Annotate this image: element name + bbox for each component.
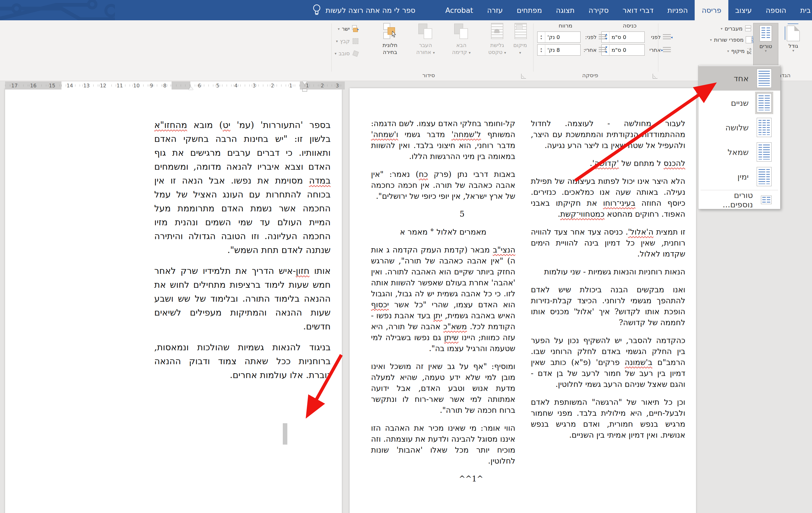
tab-2[interactable]: מפתחים <box>510 0 549 20</box>
misspelled-word: 'קדושה' <box>592 159 619 168</box>
margins-button-partial[interactable] <box>808 23 812 65</box>
bring-forward-button[interactable]: הבא קדימה ▾ <box>444 23 478 66</box>
chevron-down-icon: ▾ <box>338 28 340 30</box>
position-button[interactable]: מיקום ▾ <box>503 23 537 66</box>
ruler-number: 4 <box>234 83 238 88</box>
misspelled-word: במדה <box>309 175 330 186</box>
paragraph: בספר 'התעוררות' (עמ' יט) מובא מהחזו"א בל… <box>154 118 330 257</box>
group-button[interactable]: קבץ ▾ <box>335 36 360 46</box>
breaks-icon <box>745 25 752 32</box>
page-setup-dialog-launcher-icon[interactable] <box>653 74 658 79</box>
right-page-column-right[interactable]: לעבור מחולשה - לעוצמה. לחדול מההתמודדות … <box>531 118 685 448</box>
breaks-button[interactable]: מעברים ▾ <box>694 24 752 34</box>
selection-pane-label: חלונית בחירה <box>382 42 398 56</box>
tell-me-label: ספר לי מה אתה רוצה לעשות <box>325 6 415 14</box>
chevron-down-icon: ▾ <box>335 52 337 55</box>
tab-5[interactable]: דברי דואר <box>615 0 661 20</box>
columns-layout-icon <box>755 165 773 188</box>
left-indent-marker[interactable] <box>302 89 307 92</box>
line-numbers-button[interactable]: -1-2-3 מספרי שורות ▾ <box>694 35 752 45</box>
tell-me-box[interactable]: ספר לי מה אתה רוצה לעשות <box>312 0 415 20</box>
page-left[interactable]: בספר 'התעוררות' (עמ' יט) מובא מהחזו"א בל… <box>5 88 342 513</box>
columns-layout-icon <box>759 194 773 206</box>
misspelled-word: יט <box>223 120 230 130</box>
misspelled-word: חזון <box>296 266 310 276</box>
send-backward-label: העבר אחורה ▾ <box>416 42 435 56</box>
ruler-column-gap <box>172 82 190 90</box>
ruler-number: 6 <box>197 83 202 88</box>
size-button[interactable]: גודל ▾ <box>781 23 806 65</box>
menu-item-label: שלושה <box>725 123 749 132</box>
spacing-before-icon: ▴▾ <box>599 34 607 40</box>
tab-6[interactable]: הפניות <box>661 0 695 20</box>
left-page-text-column[interactable]: בספר 'התעוררות' (עמ' יט) מובא מהחזו"א בל… <box>154 118 330 389</box>
chevron-down-icon: ▾ <box>727 50 729 52</box>
tab-0[interactable]: Acrobat <box>438 0 480 20</box>
ruler-number: 8 <box>163 83 167 88</box>
menu-item-שמאל[interactable]: שמאל <box>698 140 780 164</box>
ruler-number: 5 <box>215 83 220 88</box>
menu-item-שלושה[interactable]: שלושה <box>698 115 780 140</box>
align-button[interactable]: ▸ ישר ▾ <box>335 24 360 34</box>
rotate-button[interactable]: סובב ▾ <box>335 49 360 58</box>
misspelled-word: משא"כ <box>443 322 467 331</box>
indent-after-row: ▸ אחרי ▴▾ 0 ס"מ <box>601 44 671 56</box>
tab-10[interactable]: בית <box>793 0 812 20</box>
first-line-indent-marker[interactable] <box>302 81 307 87</box>
bring-forward-icon <box>453 23 470 39</box>
menu-item-more-columns[interactable]: טורים נוספים... <box>698 191 780 208</box>
tab-3[interactable]: תצוגה <box>549 0 582 20</box>
word-window: { "titlebar": { "tell_me": "ספר לי מה את… <box>0 0 812 513</box>
ruler-number: 10 <box>132 83 140 88</box>
bring-forward-label: הבא קדימה ▾ <box>452 42 471 56</box>
spacing-after-input[interactable]: ▴▾ 8 נק' <box>537 44 581 56</box>
horizontal-ruler[interactable]: 171615 141312111098 654321 123 <box>5 82 345 90</box>
tab-8[interactable]: עיצוב <box>728 0 759 20</box>
tab-4[interactable]: סקירה <box>582 0 616 20</box>
paragraph-dialog-launcher-icon[interactable] <box>521 74 526 79</box>
tab-selected-7[interactable]: פריסה <box>695 0 728 20</box>
spacing-header: מרווח <box>559 23 572 29</box>
tab-9[interactable]: הוספה <box>759 0 793 20</box>
ruler-number: 14 <box>66 83 74 88</box>
menu-item-אחד[interactable]: אחד <box>698 66 780 91</box>
document-area: בספר 'התעוררות' (עמ' יט) מובא מהחזו"א בל… <box>0 81 812 513</box>
arrange-small-stack: ▸ ישר ▾ קבץ ▾ סובב ▾ <box>335 24 360 58</box>
page-right[interactable]: לעבור מחולשה - לעוצמה. לחדול מההתמודדות … <box>350 88 696 513</box>
misspelled-word: הנצי"ב <box>493 245 515 254</box>
spinner-icon[interactable]: ▴▾ <box>538 32 545 42</box>
paragraph: ואנו מבקשים הבנה ביכולת שיש לאדם להתהפך … <box>531 284 685 328</box>
text-cursor-highlight[interactable] <box>283 423 287 445</box>
spacing-after-label: אחרי: <box>583 47 597 53</box>
hanging-indent-marker[interactable] <box>188 84 193 90</box>
right-page-column-left[interactable]: קל-וחומר בחלקי האדם עצמו. לשם הדגמה: המש… <box>371 118 515 484</box>
paragraph: הנצי"ב מבאר (קדמת העמק הקדמה ג אות ה) "א… <box>371 244 515 354</box>
align-icon: ▸ <box>352 25 360 33</box>
spacing-after-row: ▾▴ אחרי: ▴▾ 8 נק' <box>537 44 607 56</box>
send-backward-button[interactable]: העבר אחורה ▾ <box>408 23 443 66</box>
misspelled-word: ו'שמחה' <box>371 130 398 139</box>
hyphenation-button[interactable]: a⁻bc מיקוף ▾ <box>694 46 752 56</box>
menu-item-שניים[interactable]: שניים <box>698 91 780 115</box>
spinner-icon[interactable]: ▴▾ <box>538 44 545 55</box>
chevron-down-icon: ▾ <box>336 40 338 42</box>
indent-before-input[interactable]: ▴▾ 0 ס"מ <box>601 32 645 43</box>
ruler-number: 2 <box>270 83 275 88</box>
indent-after-input[interactable]: ▴▾ 0 ס"מ <box>601 44 645 56</box>
chevron-down-icon: ▾ <box>792 49 794 52</box>
menu-item-label: שמאל <box>728 148 749 157</box>
ruler-number: 2 <box>320 83 325 88</box>
indent-after-label: אחרי <box>647 47 661 53</box>
send-backward-icon <box>417 23 434 39</box>
columns-button[interactable]: טורים ▾ <box>753 23 778 66</box>
ruler-number: 13 <box>82 83 90 88</box>
tab-1[interactable]: עזרה <box>480 0 510 20</box>
hyphenation-label: מיקוף <box>731 48 745 54</box>
ruler-right-column: 654321 <box>190 82 300 90</box>
selection-pane-button[interactable]: חלונית בחירה <box>373 23 407 66</box>
columns-layout-icon <box>755 141 773 163</box>
menu-item-ימין[interactable]: ימין <box>698 164 780 189</box>
group-separator <box>533 24 533 71</box>
spacing-before-input[interactable]: ▴▾ 0 נק' <box>537 32 581 43</box>
ruler-number: 11 <box>116 83 124 88</box>
